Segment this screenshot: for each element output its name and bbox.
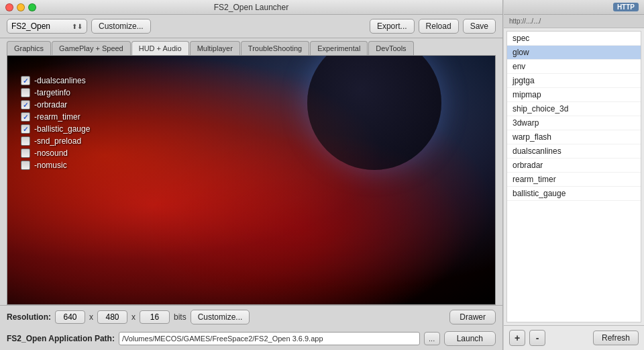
drawer-button[interactable]: Drawer xyxy=(449,310,496,324)
label-nomusic: -nomusic xyxy=(34,161,67,170)
list-item-glow[interactable]: glow xyxy=(507,46,641,60)
path-input[interactable] xyxy=(119,332,420,345)
list-item-spec[interactable]: spec xyxy=(507,32,641,46)
profile-label: FS2_Open xyxy=(11,21,50,31)
res-customize-button[interactable]: Customize... xyxy=(191,310,250,324)
toolbar: FS2_Open ⬆⬇ Customize... Export... Reloa… xyxy=(0,15,502,38)
minimize-button[interactable] xyxy=(17,3,25,11)
checkbox-orbradar[interactable] xyxy=(21,100,30,110)
tab-gameplay[interactable]: GamePlay + Speed xyxy=(52,41,131,55)
profile-select[interactable]: FS2_Open ⬆⬇ xyxy=(7,19,87,34)
list-item-ballistic-gauge[interactable]: ballistic_gauge xyxy=(507,187,641,201)
list-item-jpgtga[interactable]: jpgtga xyxy=(507,74,641,88)
tabs-bar: Graphics GamePlay + Speed HUD + Audio Mu… xyxy=(0,38,502,55)
reload-button[interactable]: Reload xyxy=(419,19,459,34)
resolution-bits-input[interactable] xyxy=(140,310,170,324)
tab-graphics[interactable]: Graphics xyxy=(7,41,51,55)
content-area: -dualscanlines -targetinfo -orbradar -re… xyxy=(7,55,496,305)
hud-option-nomusic[interactable]: -nomusic xyxy=(21,161,90,170)
hud-option-dualscanlines[interactable]: -dualscanlines xyxy=(21,76,90,85)
launch-button[interactable]: Launch xyxy=(444,331,496,346)
list-item-warp-flash[interactable]: warp_flash xyxy=(507,130,641,144)
path-bar: FS2_Open Application Path: ... Launch xyxy=(0,329,502,350)
profile-arrow-icon: ⬆⬇ xyxy=(72,23,83,30)
title-bar: FS2_Open Launcher xyxy=(0,0,502,15)
tab-experimental[interactable]: Experimental xyxy=(310,41,368,55)
label-ballistic-gauge: -ballistic_gauge xyxy=(34,124,90,134)
resolution-width-input[interactable] xyxy=(55,310,85,324)
checkbox-ballistic-gauge[interactable] xyxy=(21,124,30,134)
checkbox-targetinfo[interactable] xyxy=(21,88,30,97)
hud-option-targetinfo[interactable]: -targetinfo xyxy=(21,88,90,97)
add-item-button[interactable]: + xyxy=(509,330,525,346)
save-button[interactable]: Save xyxy=(463,19,496,34)
hud-option-orbradar[interactable]: -orbradar xyxy=(21,100,90,110)
remove-item-button[interactable]: - xyxy=(529,330,545,346)
list-item-dualscanlines[interactable]: dualscanlines xyxy=(507,144,641,159)
list-item-ship-choice-3d[interactable]: ship_choice_3d xyxy=(507,102,641,116)
label-nosound: -nosound xyxy=(34,148,68,158)
list-item-mipmap[interactable]: mipmap xyxy=(507,88,641,102)
tab-hud[interactable]: HUD + Audio xyxy=(131,41,189,55)
checkbox-rearm-timer[interactable] xyxy=(21,112,30,122)
tab-multiplayer[interactable]: Multiplayer xyxy=(190,41,240,55)
label-orbradar: -orbradar xyxy=(34,100,67,110)
label-dualscanlines: -dualscanlines xyxy=(34,76,86,85)
list-item-3dwarp[interactable]: 3dwarp xyxy=(507,116,641,130)
hud-option-snd-preload[interactable]: -snd_preload xyxy=(21,136,90,146)
label-targetinfo: -targetinfo xyxy=(34,88,70,97)
right-panel-url: http://.../.../ xyxy=(504,15,644,28)
checkbox-nosound[interactable] xyxy=(21,148,30,158)
window-title: FS2_Open Launcher xyxy=(214,3,288,12)
list-item-rearm-timer[interactable]: rearm_timer xyxy=(507,173,641,187)
hud-options-panel: -dualscanlines -targetinfo -orbradar -re… xyxy=(21,76,90,170)
label-snd-preload: -snd_preload xyxy=(34,136,81,146)
right-panel-footer: + - Refresh xyxy=(504,325,644,350)
x-separator-2: x xyxy=(131,312,136,322)
checkbox-snd-preload[interactable] xyxy=(21,136,30,146)
hud-option-ballistic-gauge[interactable]: -ballistic_gauge xyxy=(21,124,90,134)
label-rearm-timer: -rearm_timer xyxy=(34,112,80,122)
bottom-bar: Resolution: x x bits Customize... Drawer xyxy=(0,305,502,329)
right-panel-list: spec glow env jpgtga mipmap ship_choice_… xyxy=(506,31,641,322)
right-panel: HTTP http://.../.../ spec glow env jpgtg… xyxy=(503,0,644,350)
maximize-button[interactable] xyxy=(28,3,36,11)
resolution-label: Resolution: xyxy=(7,312,51,322)
path-label: FS2_Open Application Path: xyxy=(7,334,115,343)
tab-devtools[interactable]: DevTools xyxy=(368,41,413,55)
bits-label: bits xyxy=(174,312,186,322)
hud-option-rearm-timer[interactable]: -rearm_timer xyxy=(21,112,90,122)
main-window: FS2_Open Launcher FS2_Open ⬆⬇ Customize.… xyxy=(0,0,503,350)
window-controls xyxy=(5,3,36,11)
list-item-orbradar[interactable]: orbradar xyxy=(507,159,641,173)
tab-troubleshooting[interactable]: TroubleShooting xyxy=(241,41,309,55)
export-button[interactable]: Export... xyxy=(370,19,415,34)
x-separator-1: x xyxy=(89,312,93,322)
refresh-button[interactable]: Refresh xyxy=(593,331,639,345)
checkbox-dualscanlines[interactable] xyxy=(21,76,30,85)
list-item-env[interactable]: env xyxy=(507,60,641,74)
resolution-height-input[interactable] xyxy=(97,310,127,324)
http-badge: HTTP xyxy=(613,3,639,11)
close-button[interactable] xyxy=(5,3,13,11)
hud-option-nosound[interactable]: -nosound xyxy=(21,148,90,158)
browse-button[interactable]: ... xyxy=(424,332,440,345)
checkbox-nomusic[interactable] xyxy=(21,161,30,170)
customize-button[interactable]: Customize... xyxy=(91,19,151,34)
right-panel-header: HTTP xyxy=(504,0,644,15)
